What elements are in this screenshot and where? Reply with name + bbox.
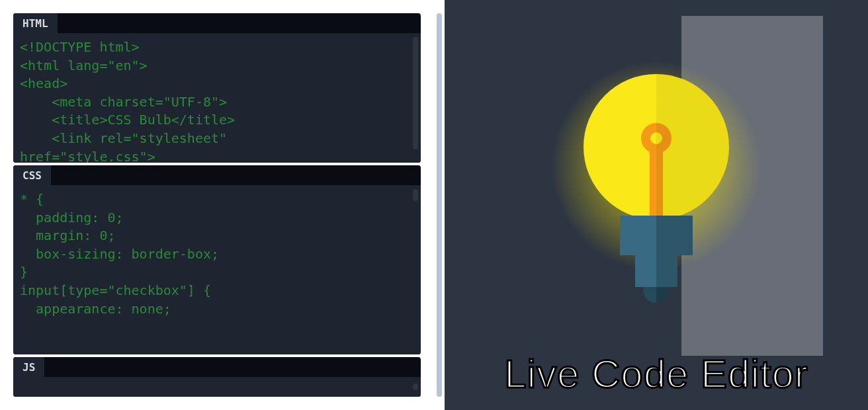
bulb-filament-ring — [641, 123, 672, 153]
html-code-editor[interactable]: <!DOCTYPE html> <html lang="en"> <head> … — [13, 33, 421, 163]
css-tab[interactable]: CSS — [13, 165, 51, 186]
scrollbar[interactable] — [413, 384, 418, 390]
pane-divider[interactable] — [434, 0, 445, 410]
bulb-preview[interactable] — [584, 74, 729, 303]
bulb-screw — [635, 255, 677, 287]
bulb-glass — [584, 74, 729, 220]
editor-column: HTML <!DOCTYPE html> <html lang="en"> <h… — [0, 0, 434, 410]
preview-title: Live Code Editor — [445, 351, 868, 397]
preview-column: Live Code Editor — [445, 0, 868, 410]
js-tab[interactable]: JS — [13, 357, 44, 378]
css-panel: CSS * { padding: 0; margin: 0; box-sizin… — [13, 165, 421, 354]
bulb-tip — [643, 287, 670, 303]
html-tab[interactable]: HTML — [13, 13, 58, 34]
js-panel: JS — [13, 357, 421, 397]
css-code-editor[interactable]: * { padding: 0; margin: 0; box-sizing: b… — [13, 185, 421, 354]
scrollbar[interactable] — [413, 189, 418, 201]
html-panel: HTML <!DOCTYPE html> <html lang="en"> <h… — [13, 13, 421, 163]
js-code-editor[interactable] — [13, 377, 421, 397]
bulb-neck — [620, 216, 693, 255]
bulb-filament-stem — [650, 147, 663, 220]
scrollbar[interactable] — [413, 37, 418, 149]
